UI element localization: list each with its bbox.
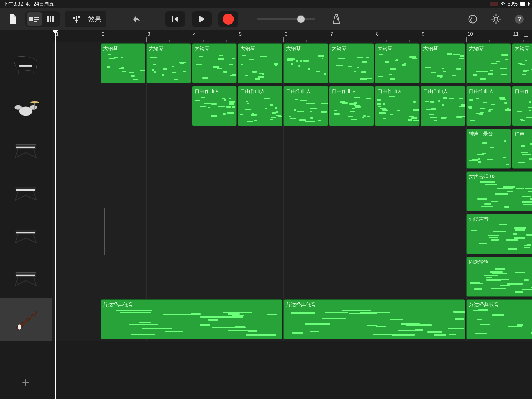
region[interactable]: 大钢琴 bbox=[192, 43, 237, 83]
region-label: 大钢琴 bbox=[467, 44, 511, 53]
region[interactable]: 自由作曲人 bbox=[192, 86, 237, 126]
region[interactable]: 大钢琴 bbox=[101, 43, 145, 83]
region-label: 芬达经典低音 bbox=[101, 300, 282, 310]
track-row[interactable]: 女声合唱 02 bbox=[52, 170, 532, 213]
svg-rect-8 bbox=[53, 16, 54, 22]
track-row[interactable]: 自由作曲人自由作曲人自由作曲人自由作曲人自由作曲人自由作曲人自由作曲人自由作曲人 bbox=[52, 85, 532, 127]
battery-icon bbox=[520, 2, 529, 6]
region[interactable]: 自由作曲人 bbox=[375, 86, 420, 126]
wifi-icon bbox=[500, 2, 505, 6]
region[interactable]: 大钢琴 bbox=[238, 43, 282, 83]
svg-point-17 bbox=[469, 15, 477, 23]
region-label: 自由作曲人 bbox=[467, 86, 511, 96]
loop-browser-button[interactable] bbox=[465, 11, 480, 27]
region[interactable]: 女声合唱 02 bbox=[466, 171, 532, 211]
track-controls-button[interactable] bbox=[69, 12, 84, 26]
view-toggle[interactable] bbox=[25, 11, 60, 27]
svg-rect-5 bbox=[48, 16, 49, 22]
effects-button[interactable]: 效果 bbox=[87, 12, 103, 26]
my-songs-button[interactable] bbox=[5, 11, 21, 27]
svg-rect-31 bbox=[19, 65, 32, 66]
region-label: 自由作曲人 bbox=[284, 86, 328, 96]
track-row[interactable]: 钟声...景音钟声... bbox=[52, 127, 532, 170]
region-label: 大钢琴 bbox=[375, 44, 419, 53]
region-label: 闪烁铃铛 bbox=[467, 257, 532, 267]
track-header-drums[interactable] bbox=[0, 85, 52, 127]
region-label: 钟声...景音 bbox=[467, 129, 511, 139]
controls-fx-group: 效果 bbox=[65, 11, 106, 27]
svg-point-35 bbox=[30, 101, 39, 103]
play-button[interactable] bbox=[192, 11, 212, 27]
svg-rect-4 bbox=[47, 16, 48, 22]
svg-point-12 bbox=[75, 19, 78, 22]
toolbar: 效果 ? bbox=[0, 8, 532, 30]
track-row[interactable]: 芬达经典低音芬达经典低音芬达经典低音 bbox=[52, 298, 532, 341]
instrument-view-button[interactable] bbox=[43, 12, 59, 26]
region[interactable]: 自由作曲人 bbox=[421, 86, 465, 126]
region-label: 自由作曲人 bbox=[421, 86, 465, 96]
svg-point-18 bbox=[494, 17, 498, 21]
svg-rect-61 bbox=[35, 310, 38, 312]
region[interactable]: 自由作曲人 bbox=[238, 86, 282, 126]
track-header-keyboard1[interactable] bbox=[0, 127, 52, 170]
region[interactable]: 大钢琴 bbox=[466, 43, 511, 83]
region-label: 钟声... bbox=[512, 129, 532, 139]
region[interactable]: 大钢琴 bbox=[283, 43, 328, 83]
playhead[interactable] bbox=[55, 30, 56, 399]
region[interactable]: 大钢琴 bbox=[421, 43, 465, 83]
region[interactable]: 芬达经典低音 bbox=[466, 299, 532, 339]
region-label: 大钢琴 bbox=[421, 44, 465, 53]
region[interactable]: 大钢琴 bbox=[512, 43, 532, 83]
region-label: 女声合唱 02 bbox=[467, 172, 532, 181]
svg-rect-44 bbox=[16, 189, 35, 191]
region-label: 大钢琴 bbox=[192, 44, 236, 53]
record-button[interactable] bbox=[218, 11, 238, 27]
ruler-corner bbox=[0, 30, 52, 42]
track-row[interactable]: 仙境声音 bbox=[52, 213, 532, 255]
region[interactable]: 钟声...景音 bbox=[466, 129, 511, 169]
region[interactable]: 自由作曲人 bbox=[512, 86, 532, 126]
svg-line-23 bbox=[493, 16, 494, 17]
region[interactable]: 仙境声音 bbox=[466, 214, 532, 254]
track-header-keyboard4[interactable] bbox=[0, 255, 52, 298]
region[interactable]: 大钢琴 bbox=[146, 43, 191, 83]
ruler[interactable]: + 1234567891011 bbox=[52, 30, 532, 42]
track-row[interactable]: 大钢琴大钢琴大钢琴大钢琴大钢琴大钢琴大钢琴大钢琴大钢琴大钢琴 bbox=[52, 42, 532, 85]
go-to-start-button[interactable] bbox=[165, 11, 185, 27]
region[interactable]: 自由作曲人 bbox=[283, 86, 328, 126]
metronome-button[interactable] bbox=[329, 11, 344, 27]
region[interactable]: 芬达经典低音 bbox=[283, 299, 465, 339]
region-label: 大钢琴 bbox=[284, 44, 328, 53]
add-track-button[interactable]: + bbox=[0, 366, 52, 399]
track-row[interactable]: 闪烁铃铛 bbox=[52, 255, 532, 298]
tracks-view-button[interactable] bbox=[27, 12, 42, 26]
track-header-keyboard2[interactable] bbox=[0, 170, 52, 213]
region-label: 芬达经典低音 bbox=[467, 300, 532, 310]
svg-rect-56 bbox=[16, 274, 35, 276]
svg-rect-15 bbox=[172, 16, 173, 22]
settings-button[interactable] bbox=[488, 11, 504, 27]
help-button[interactable]: ? bbox=[511, 11, 527, 27]
region-label: 自由作曲人 bbox=[329, 86, 374, 96]
screen-record-indicator bbox=[490, 2, 498, 6]
region[interactable]: 自由作曲人 bbox=[466, 86, 511, 126]
region[interactable]: 芬达经典低音 bbox=[101, 299, 282, 339]
region[interactable]: 自由作曲人 bbox=[329, 86, 374, 126]
region[interactable]: 钟声... bbox=[512, 129, 532, 169]
timeline-area[interactable]: + 1234567891011 大钢琴大钢琴大钢琴大钢琴大钢琴大钢琴大钢琴大钢琴… bbox=[52, 30, 532, 399]
status-time: 下午3:32 bbox=[3, 1, 23, 7]
region[interactable]: 大钢琴 bbox=[329, 43, 374, 83]
track-header-piano[interactable] bbox=[0, 42, 52, 85]
svg-rect-29 bbox=[18, 70, 19, 74]
region[interactable]: 闪烁铃铛 bbox=[466, 257, 532, 297]
svg-rect-0 bbox=[29, 17, 33, 21]
region[interactable]: 大钢琴 bbox=[375, 43, 420, 83]
add-section-button[interactable]: + bbox=[522, 32, 530, 40]
master-volume-slider[interactable] bbox=[257, 18, 315, 20]
track-header-keyboard3[interactable] bbox=[0, 213, 52, 255]
undo-button[interactable] bbox=[128, 11, 144, 27]
track-header-bass[interactable] bbox=[0, 298, 52, 341]
svg-point-34 bbox=[30, 105, 37, 110]
svg-rect-1 bbox=[34, 17, 39, 18]
region-label: 自由作曲人 bbox=[375, 86, 419, 96]
